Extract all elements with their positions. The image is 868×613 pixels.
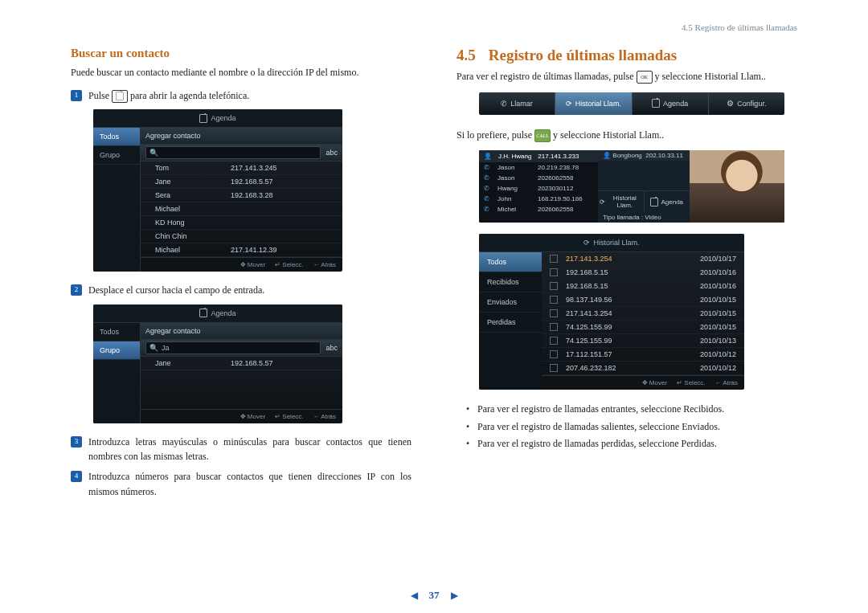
menu-agenda[interactable]: Agenda xyxy=(633,92,709,115)
call-row[interactable]: ✆John168.219.50.186 xyxy=(479,194,598,204)
screenshot-calllist: 👤 J.H. Hwang 217.141.3.233 ✆Jason20.219.… xyxy=(479,150,784,223)
contact-name: Michael xyxy=(155,246,211,254)
contact-ip: 192.168.3.28 xyxy=(231,191,273,199)
bullet-item: Para ver el registro de llamadas entrant… xyxy=(466,401,797,419)
contact-row[interactable]: Chin Chin xyxy=(141,230,342,243)
btn-historial[interactable]: ⟳Historial Llam. xyxy=(598,191,644,212)
sidebar-item-grupo[interactable]: Grupo xyxy=(93,146,140,165)
hist-row[interactable]: 17.112.151.572010/10/12 xyxy=(542,348,744,362)
hist-tab-todos[interactable]: Todos xyxy=(479,252,542,272)
sidebar-item-todos[interactable]: Todos xyxy=(93,128,140,146)
agenda-title: Agenda xyxy=(211,309,235,317)
call-name: Jason xyxy=(497,174,530,182)
checkbox-icon[interactable] xyxy=(550,364,558,372)
call-icon: ✆ xyxy=(484,174,489,182)
call-row[interactable]: ✆Jason2026062558 xyxy=(479,173,598,183)
menu-configur[interactable]: ⚙Configur. xyxy=(709,92,784,115)
screenshot-menubar: ✆Llamar ⟳Historial Llam. Agenda ⚙Configu… xyxy=(479,92,784,115)
hist-row[interactable]: 74.125.155.992010/10/15 xyxy=(542,321,744,334)
hint-selecc: Selecc. xyxy=(282,413,303,420)
sidebar-item-todos[interactable]: Todos xyxy=(93,323,140,341)
checkbox-icon[interactable] xyxy=(550,309,558,317)
search-input[interactable]: 🔍 Ja xyxy=(145,341,321,354)
book-icon xyxy=(650,198,658,206)
checkbox-icon[interactable] xyxy=(550,255,558,263)
menu-historial[interactable]: ⟳Historial Llam. xyxy=(555,92,632,115)
call-button-icon: CALL xyxy=(534,129,551,142)
hist-row[interactable]: 192.168.5.152010/10/16 xyxy=(542,266,744,280)
call-row[interactable]: ✆Michel2026062558 xyxy=(479,204,598,215)
video-preview xyxy=(690,150,784,223)
hint-selecc: Selecc. xyxy=(282,261,303,268)
hist-ip: 192.168.5.15 xyxy=(566,268,692,276)
contact-name: Sera xyxy=(155,191,211,199)
contact-name: Jane xyxy=(155,359,211,367)
contact-row[interactable]: Jane192.168.5.57 xyxy=(141,175,342,189)
contact-ip: 217.141.12.39 xyxy=(231,246,277,254)
search-value: Ja xyxy=(162,344,170,352)
hist-date: 2010/10/12 xyxy=(700,350,736,358)
screenshot-agenda-1: Agenda Todos Grupo Agregar contacto 🔍 xyxy=(93,109,342,272)
book-icon xyxy=(199,114,207,123)
hint-atras: Atrás xyxy=(321,413,336,420)
call-icon: ✆ xyxy=(484,185,489,192)
call-row[interactable]: ✆Jason20.219.238.78 xyxy=(479,162,598,173)
checkbox-icon[interactable] xyxy=(550,282,558,290)
hist-row[interactable]: 217.141.3.2542010/10/15 xyxy=(542,307,744,321)
btn-agenda[interactable]: Agenda xyxy=(645,191,690,212)
hist-row[interactable]: 192.168.5.152010/10/16 xyxy=(542,280,744,293)
hist-tab-perdidas[interactable]: Perdidas xyxy=(479,313,542,333)
subheading-search-contact: Buscar un contacto xyxy=(71,47,411,60)
call-name: Hwang xyxy=(497,185,530,192)
next-page-icon[interactable]: ▶ xyxy=(451,590,458,602)
checkbox-icon[interactable] xyxy=(550,337,558,345)
search-icon: 🔍 xyxy=(149,149,158,157)
contact-ip: 192.168.5.57 xyxy=(231,178,273,186)
contact-row[interactable]: KD Hong xyxy=(141,216,342,230)
gear-icon: ⚙ xyxy=(727,99,734,108)
input-mode: abc xyxy=(326,344,338,352)
person-icon: 👤 xyxy=(484,153,492,160)
contact-list: Tom217.141.3.245 Jane192.168.5.57 Sera19… xyxy=(141,161,342,257)
history-icon: ⟳ xyxy=(600,198,605,206)
sidebar-item-grupo[interactable]: Grupo xyxy=(93,341,140,360)
hist-row[interactable]: 207.46.232.1822010/10/12 xyxy=(542,362,744,375)
section-title: Registro de últimas llamadas xyxy=(489,47,678,64)
add-contact-label[interactable]: Agregar contacto xyxy=(145,132,201,140)
search-input[interactable]: 🔍 xyxy=(145,146,321,159)
contact-row[interactable]: Michael217.141.12.39 xyxy=(141,243,342,257)
hist-date: 2010/10/15 xyxy=(700,296,736,304)
contact-row[interactable]: Jane192.168.5.57 xyxy=(141,357,342,370)
call-value: 2026062558 xyxy=(538,206,574,213)
checkbox-icon[interactable] xyxy=(550,296,558,304)
step-3: 3 Introduzca letras mayúsculas o minúscu… xyxy=(71,435,411,464)
checkbox-icon[interactable] xyxy=(550,268,558,276)
add-contact-label[interactable]: Agregar contacto xyxy=(145,327,201,335)
prev-page-icon[interactable]: ◀ xyxy=(411,590,418,602)
history-icon: ⟳ xyxy=(583,239,590,247)
call-value: 168.219.50.186 xyxy=(538,195,583,202)
checkbox-icon[interactable] xyxy=(550,323,558,331)
bullet-list: Para ver el registro de llamadas entrant… xyxy=(466,401,797,453)
hist-row[interactable]: 217.141.3.2542010/10/17 xyxy=(542,252,744,266)
hist-date: 2010/10/15 xyxy=(700,323,736,331)
hist-tab-recibidos[interactable]: Recibidos xyxy=(479,272,542,292)
menu-label: Llamar xyxy=(510,100,533,108)
checkbox-icon[interactable] xyxy=(550,350,558,358)
hist-row[interactable]: 98.137.149.562010/10/15 xyxy=(542,293,744,307)
contact-row[interactable]: Sera192.168.3.28 xyxy=(141,189,342,202)
section-number: 4.5 xyxy=(457,47,476,64)
contact-row[interactable]: Tom217.141.3.245 xyxy=(141,161,342,175)
call-icon: ✆ xyxy=(484,206,489,213)
footer-hints: ✥ Mover ↵ Selecc. ← Atrás xyxy=(141,409,342,423)
call-row[interactable]: ✆Hwang2023030112 xyxy=(479,183,598,194)
search-icon: 🔍 xyxy=(149,344,158,352)
menu-llamar[interactable]: ✆Llamar xyxy=(479,92,555,115)
right-p1: Para ver el registro de últimas llamadas… xyxy=(457,69,797,84)
contact-row[interactable]: Michael xyxy=(141,202,342,216)
contact-name: Jane xyxy=(155,178,211,186)
input-mode: abc xyxy=(326,149,338,157)
hist-row[interactable]: 74.125.155.992010/10/13 xyxy=(542,334,744,348)
hist-tab-enviados[interactable]: Enviados xyxy=(479,292,542,313)
bullet-item: Para ver el registro de llamadas perdida… xyxy=(466,435,797,453)
